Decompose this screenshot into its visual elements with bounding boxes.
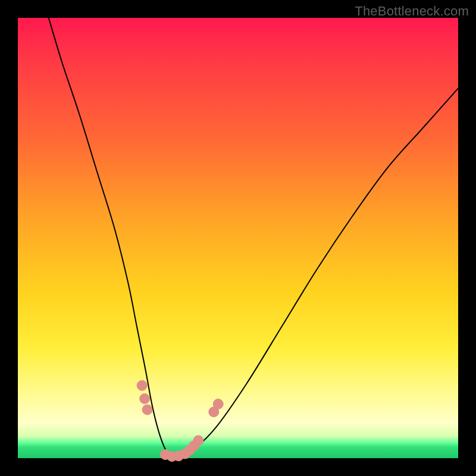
curve-layer — [18, 18, 458, 458]
watermark-text: TheBottleneck.com — [355, 4, 469, 19]
curve-marker — [213, 399, 223, 409]
curve-marker — [140, 394, 150, 404]
curve-marker — [193, 436, 203, 446]
bottleneck-curve — [49, 18, 458, 459]
curve-marker — [142, 405, 152, 415]
plot-area — [18, 18, 458, 458]
curve-marker — [137, 380, 147, 390]
chart-frame: TheBottleneck.com — [0, 0, 476, 476]
